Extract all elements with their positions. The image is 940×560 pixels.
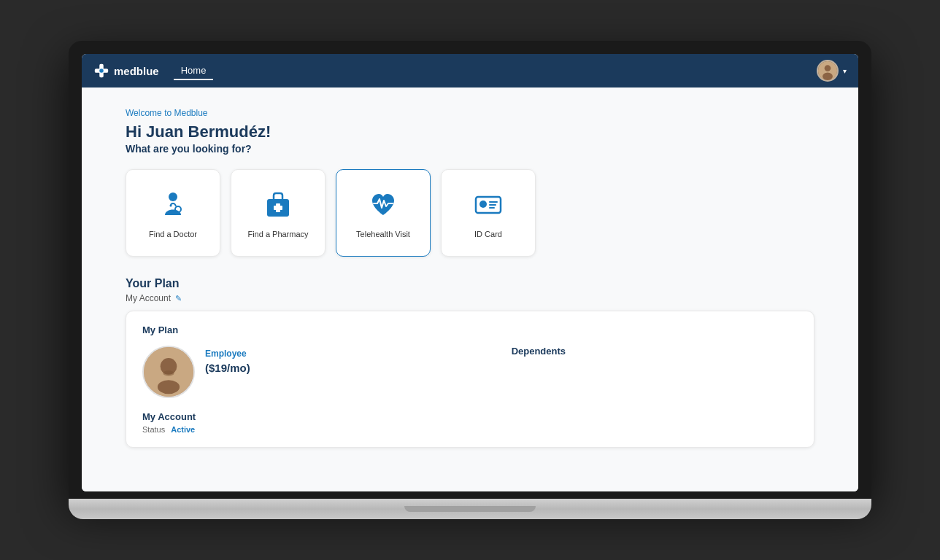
logo[interactable]: medblue bbox=[93, 63, 159, 79]
find-pharmacy-label: Find a Pharmacy bbox=[247, 230, 308, 238]
medblue-logo-icon bbox=[93, 63, 109, 79]
find-pharmacy-card[interactable]: Find a Pharmacy bbox=[231, 169, 325, 257]
svg-rect-12 bbox=[476, 197, 501, 213]
find-doctor-label: Find a Doctor bbox=[149, 230, 197, 238]
status-value: Active bbox=[171, 425, 195, 434]
svg-point-8 bbox=[170, 205, 172, 207]
screen: medblue Home ▾ Welcome to Medbl bbox=[82, 54, 858, 491]
user-menu[interactable]: ▾ bbox=[817, 60, 847, 82]
laptop-base bbox=[69, 499, 871, 519]
dependents-column: Dependents bbox=[280, 346, 798, 398]
svg-rect-15 bbox=[489, 204, 496, 206]
main-content: Welcome to Medblue Hi Juan Bermudéz! Wha… bbox=[82, 88, 858, 491]
dependents-title: Dependents bbox=[280, 346, 798, 357]
svg-point-5 bbox=[822, 73, 833, 80]
my-account-section: My Account Status Active bbox=[142, 411, 798, 434]
status-row: Status Active bbox=[142, 425, 798, 434]
member-cost: ($19/mo) bbox=[205, 362, 250, 374]
plan-member: Employee ($19/mo) bbox=[142, 346, 250, 398]
find-doctor-card[interactable]: Find a Doctor bbox=[126, 169, 220, 257]
home-nav-link[interactable]: Home bbox=[174, 62, 214, 80]
my-account-row: My Account ✎ bbox=[126, 293, 814, 303]
navbar: medblue Home ▾ bbox=[82, 54, 858, 88]
telehealth-label: Telehealth Visit bbox=[356, 230, 410, 238]
svg-rect-11 bbox=[274, 206, 282, 210]
svg-point-2 bbox=[99, 69, 104, 73]
status-label: Status bbox=[142, 425, 165, 434]
plan-card: My Plan bbox=[126, 311, 814, 448]
svg-point-19 bbox=[158, 380, 180, 394]
your-plan-title: Your Plan bbox=[126, 277, 814, 290]
svg-point-13 bbox=[479, 201, 487, 208]
avatar-image bbox=[818, 61, 837, 80]
greeting-heading: Hi Juan Bermudéz! bbox=[126, 122, 814, 141]
subtitle-text: What are you looking for? bbox=[126, 143, 814, 155]
svg-rect-16 bbox=[489, 207, 495, 209]
logo-text: medblue bbox=[114, 65, 159, 77]
member-avatar bbox=[142, 346, 195, 398]
my-account-bottom-title: My Account bbox=[142, 411, 798, 422]
svg-point-4 bbox=[825, 65, 831, 71]
telehealth-icon bbox=[366, 187, 400, 224]
user-avatar bbox=[817, 60, 839, 82]
quick-actions-row: Find a Doctor bbox=[126, 169, 814, 257]
laptop-notch bbox=[404, 506, 536, 512]
member-avatar-image bbox=[144, 347, 193, 397]
telehealth-card[interactable]: Telehealth Visit bbox=[336, 169, 431, 257]
find-doctor-icon bbox=[156, 187, 190, 224]
user-dropdown-arrow[interactable]: ▾ bbox=[843, 67, 847, 75]
my-account-link[interactable]: My Account bbox=[126, 293, 171, 303]
plan-card-title: My Plan bbox=[142, 324, 798, 335]
svg-rect-14 bbox=[489, 201, 498, 203]
svg-point-20 bbox=[163, 370, 174, 376]
plan-body: Employee ($19/mo) Dependents bbox=[142, 346, 798, 398]
id-card-card[interactable]: ID Card bbox=[441, 169, 536, 257]
svg-point-6 bbox=[169, 192, 177, 201]
screen-bezel: medblue Home ▾ Welcome to Medbl bbox=[69, 41, 871, 499]
laptop-container: medblue Home ▾ Welcome to Medbl bbox=[69, 41, 871, 519]
find-pharmacy-icon bbox=[261, 187, 295, 224]
id-card-icon bbox=[471, 187, 505, 224]
edit-account-icon[interactable]: ✎ bbox=[175, 294, 182, 303]
member-role: Employee bbox=[205, 349, 250, 359]
member-info: Employee ($19/mo) bbox=[205, 346, 250, 374]
welcome-text: Welcome to Medblue bbox=[126, 108, 814, 118]
id-card-label: ID Card bbox=[474, 230, 502, 238]
